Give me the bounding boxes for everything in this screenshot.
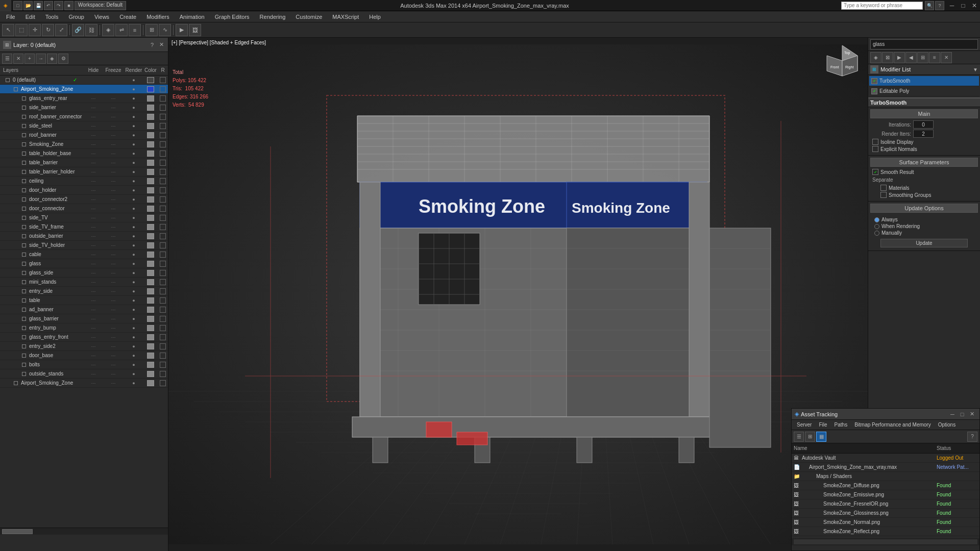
layer-item[interactable]: side_steel------● bbox=[0, 121, 168, 131]
layer-item[interactable]: glass------● bbox=[0, 259, 168, 268]
layer-r-col[interactable] bbox=[158, 297, 168, 304]
at-menu-options[interactable]: Options bbox=[935, 421, 959, 429]
layer-r-col[interactable] bbox=[158, 141, 168, 147]
layer-item[interactable]: door_holder------● bbox=[0, 186, 168, 195]
at-tb-btn-1[interactable]: ☰ bbox=[794, 432, 804, 442]
mirror-btn[interactable]: ⇌ bbox=[115, 24, 128, 36]
menu-modifiers[interactable]: Modifiers bbox=[142, 13, 174, 21]
layer-color-col[interactable] bbox=[143, 123, 158, 129]
search-btn[interactable]: 🔍 bbox=[925, 1, 934, 10]
modifier-turbosmooth-check[interactable]: ✓ bbox=[871, 78, 877, 84]
layer-r-col[interactable] bbox=[158, 371, 168, 377]
workspace-selector[interactable]: Workspace: Default bbox=[75, 1, 126, 10]
explicit-normals-row[interactable]: Explicit Normals bbox=[872, 146, 976, 152]
layer-item[interactable]: outside_stands------● bbox=[0, 369, 168, 379]
menu-customize[interactable]: Customize bbox=[291, 13, 326, 21]
layer-r-col[interactable] bbox=[158, 215, 168, 221]
layer-color-col[interactable] bbox=[143, 95, 158, 102]
layer-item[interactable]: table_barrier------● bbox=[0, 158, 168, 167]
layer-color-col[interactable] bbox=[143, 371, 158, 377]
layers-scroll-thumb[interactable] bbox=[2, 529, 33, 534]
layer-color-col[interactable] bbox=[143, 362, 158, 368]
viewport-cube[interactable]: Top Front Right bbox=[822, 43, 863, 84]
layer-item[interactable]: Airport_Smoking_Zone● bbox=[0, 85, 168, 94]
layer-color-col[interactable] bbox=[143, 261, 158, 267]
modifier-editable-poly-check[interactable]: ✓ bbox=[871, 88, 877, 94]
materials-row[interactable]: Materials bbox=[872, 185, 976, 191]
menu-rendering[interactable]: Rendering bbox=[256, 13, 290, 21]
rp-search-input[interactable] bbox=[870, 39, 978, 49]
layer-r-col[interactable] bbox=[158, 279, 168, 285]
modifier-editable-poly[interactable]: ✓ Editable Poly bbox=[869, 86, 979, 96]
layer-item[interactable]: door_connector2------● bbox=[0, 195, 168, 204]
layer-r-col[interactable] bbox=[158, 151, 168, 157]
layer-r-col[interactable] bbox=[158, 187, 168, 193]
explicit-normals-checkbox[interactable] bbox=[872, 146, 878, 152]
layer-r-col[interactable] bbox=[158, 242, 168, 248]
layer-r-col[interactable] bbox=[158, 196, 168, 203]
layer-color-col[interactable] bbox=[143, 343, 158, 349]
menu-animation[interactable]: Animation bbox=[176, 13, 209, 21]
search-input[interactable] bbox=[844, 3, 920, 8]
layer-color-col[interactable] bbox=[143, 86, 158, 92]
layer-manager-btn[interactable]: ⊞ bbox=[145, 24, 158, 36]
layer-item[interactable]: table_holder_base------● bbox=[0, 149, 168, 158]
manually-radio-btn[interactable] bbox=[874, 231, 879, 236]
layer-item[interactable]: entry_bump------● bbox=[0, 323, 168, 333]
layer-color-col[interactable] bbox=[143, 105, 158, 111]
at-restore-btn[interactable]: □ bbox=[958, 410, 967, 419]
rp-icon-2[interactable]: ⊠ bbox=[882, 52, 893, 63]
close-btn[interactable]: ✕ bbox=[969, 0, 980, 11]
rp-icon-5[interactable]: ⊞ bbox=[917, 52, 928, 63]
render-frame-btn[interactable]: 🖼 bbox=[189, 24, 201, 36]
at-list-item[interactable]: 🖼SmokeZone_Diffuse.pngFound bbox=[792, 481, 979, 490]
layer-item[interactable]: glass_entry_front------● bbox=[0, 333, 168, 342]
layer-item[interactable]: side_barrier------● bbox=[0, 103, 168, 112]
scene-viewport[interactable]: Smoking Zone Smoking Zone bbox=[168, 38, 868, 551]
layers-options-btn[interactable]: ⚙ bbox=[58, 54, 68, 64]
layer-item[interactable]: table------● bbox=[0, 296, 168, 305]
layers-bottom-scrollbar[interactable] bbox=[0, 528, 168, 535]
layer-color-col[interactable] bbox=[143, 114, 158, 120]
layer-color-col[interactable] bbox=[143, 187, 158, 193]
menu-help[interactable]: Help bbox=[365, 13, 385, 21]
materials-checkbox[interactable] bbox=[880, 185, 887, 191]
layer-color-col[interactable] bbox=[143, 215, 158, 221]
at-list-item[interactable]: 🖼SmokeZone_Reflect.pngFound bbox=[792, 527, 979, 536]
layer-color-col[interactable] bbox=[143, 77, 158, 83]
when-rendering-radio[interactable]: When Rendering bbox=[874, 223, 974, 229]
hierarchy-btn[interactable]: ◈ bbox=[102, 24, 114, 36]
help-btn[interactable]: ? bbox=[935, 1, 944, 10]
layer-color-col[interactable] bbox=[143, 151, 158, 157]
at-list-item[interactable]: 🖼SmokeZone_Refract.pngFound bbox=[792, 536, 979, 538]
layer-item[interactable]: bolts------● bbox=[0, 360, 168, 369]
layer-color-col[interactable] bbox=[143, 141, 158, 147]
render-setup-btn[interactable]: ■ bbox=[64, 1, 74, 10]
at-tb-btn-2[interactable]: ⊞ bbox=[805, 432, 815, 442]
layer-r-col[interactable] bbox=[158, 252, 168, 258]
layer-item[interactable]: side_TV------● bbox=[0, 213, 168, 222]
layer-item[interactable]: ceiling------● bbox=[0, 177, 168, 186]
select-btn[interactable]: ↖ bbox=[2, 24, 14, 36]
layer-r-col[interactable] bbox=[158, 114, 168, 120]
rp-icon-7[interactable]: ✕ bbox=[941, 52, 952, 63]
layer-r-col[interactable] bbox=[158, 288, 168, 294]
move-btn[interactable]: ✛ bbox=[29, 24, 41, 36]
layer-item[interactable]: Airport_Smoking_Zone------● bbox=[0, 379, 168, 388]
layer-color-col[interactable] bbox=[143, 160, 158, 166]
layer-r-col[interactable] bbox=[158, 334, 168, 340]
maximize-btn[interactable]: □ bbox=[958, 0, 969, 11]
layer-item[interactable]: entry_side2------● bbox=[0, 342, 168, 351]
smooth-result-row[interactable]: ✓ Smooth Result bbox=[872, 169, 976, 175]
at-bottom-scrollbar[interactable] bbox=[792, 538, 979, 545]
layers-move-to-btn[interactable]: → bbox=[36, 54, 46, 64]
layers-select-btn[interactable]: ◈ bbox=[47, 54, 57, 64]
isoline-display-checkbox[interactable] bbox=[872, 139, 878, 145]
layers-panel-close[interactable]: ✕ bbox=[158, 41, 165, 48]
select-region-btn[interactable]: ⬚ bbox=[15, 24, 28, 36]
at-tb-help[interactable]: ? bbox=[967, 432, 977, 442]
rp-icon-3[interactable]: ▶ bbox=[894, 52, 905, 63]
search-box[interactable] bbox=[841, 2, 923, 10]
layer-r-col[interactable] bbox=[158, 307, 168, 313]
layer-item[interactable]: mini_stands------● bbox=[0, 278, 168, 287]
